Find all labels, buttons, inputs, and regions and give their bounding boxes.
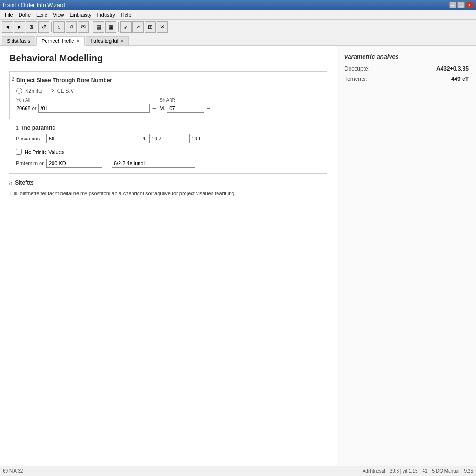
toolbar-btn-prev[interactable]: ↙ — [120, 21, 132, 33]
menu-bar: File Dohe Ecile View Einbiaisty Industry… — [0, 10, 476, 20]
section-nv: Ne Prinite Values Prntemim or . — [14, 149, 327, 168]
minimize-button[interactable]: ─ — [449, 2, 456, 8]
menu-ecile[interactable]: Ecile — [33, 12, 50, 18]
title-bar-text: Insint / Order Info Wizard — [3, 2, 65, 8]
toolbar-btn-table[interactable]: ▤ — [93, 21, 104, 33]
radio-k2mitto-label: K2mitto — [25, 88, 42, 93]
toolbar-btn-chart[interactable]: ▦ — [105, 21, 116, 33]
restore-button[interactable]: □ — [457, 2, 465, 8]
right-value-1: 449 eT — [451, 76, 469, 82]
section-2: 2 Dinject Slaee Through Rore Number K2mi… — [9, 71, 327, 119]
tab-pernech[interactable]: Pernech Inelle ✕ — [36, 36, 85, 46]
radio-row: K2mitto ≡ > CE S.V — [16, 87, 321, 94]
section-2-title: Dinject Slaee Through Rore Number — [16, 77, 321, 84]
right-row-0: Doccupte: A432+0.3.35 — [344, 66, 469, 72]
ne-prinite-label: Ne Prinite Values — [25, 149, 64, 155]
menu-einbiaisty[interactable]: Einbiaisty — [67, 12, 94, 18]
close-button[interactable]: ✕ — [466, 2, 473, 8]
status-item-0: €9 N A 32 — [3, 469, 23, 474]
checkbox-row: Ne Prinite Values — [16, 149, 327, 155]
right-label: CE S.V — [57, 88, 74, 93]
toolbar-btn-print[interactable]: ⎙ — [66, 21, 77, 33]
toolbar: ◄ ► ⊠ ↺ ⌂ ⎙ ✉ ▤ ▦ ↙ ↗ ⊞ ✕ — [0, 20, 476, 34]
param-input-2[interactable] — [149, 134, 186, 143]
page-title: Behavioral Modelling — [9, 53, 327, 64]
to-prefix: M. — [159, 106, 165, 111]
divider — [9, 173, 327, 174]
benefits-text: Tuili oiittnette fer iacnt bellaline my … — [9, 190, 327, 198]
prem-input-2[interactable] — [112, 159, 195, 168]
menu-industry[interactable]: Industry — [94, 12, 118, 18]
toolbar-btn-refresh[interactable]: ↺ — [38, 21, 49, 33]
benefits-section: 0 Siteftts Tuili oiittnette fer iacnt be… — [9, 179, 327, 198]
status-item-1: Adilhtnesal — [363, 469, 385, 474]
tab-iitries-close[interactable]: ✕ — [120, 39, 124, 44]
from-inner: 20668 or – — [16, 104, 157, 113]
toolbar-btn-fwd[interactable]: ► — [14, 21, 25, 33]
toolbar-sep-3 — [118, 22, 119, 32]
status-item-3: 41 — [422, 469, 427, 474]
arrow-icon: > — [51, 87, 54, 94]
status-item-2: 39.8 | yit 1.15 — [390, 469, 418, 474]
nav-icon: ≡ — [45, 88, 48, 93]
dash-2: – — [206, 105, 211, 112]
tab-sidst[interactable]: Sidst fasis — [2, 36, 35, 45]
toolbar-btn-next[interactable]: ↗ — [132, 21, 144, 33]
param-sep: 4. — [142, 136, 146, 141]
toolbar-btn-mail[interactable]: ✉ — [78, 21, 89, 33]
status-left: €9 N A 32 — [3, 469, 23, 474]
prem-row: Prntemim or . — [16, 159, 327, 168]
sec1-title: The paramfic — [20, 125, 55, 131]
prem-label: Prntemim or — [16, 160, 44, 166]
tabs: Sidst fasis Pernech Inelle ✕ Iitries teg… — [0, 34, 476, 46]
param-input-1[interactable] — [46, 134, 139, 143]
section-2-number: 2 — [12, 76, 14, 82]
left-panel: Behavioral Modelling 2 Dinject Slaee Thr… — [0, 46, 337, 466]
prem-input-1[interactable] — [46, 159, 102, 168]
from-input[interactable] — [38, 104, 150, 113]
radio-k2mitto[interactable] — [16, 88, 22, 94]
to-group: Sh AftR M. – — [159, 98, 211, 113]
menu-help[interactable]: Help — [118, 12, 134, 18]
status-item-5: 9.25 — [464, 469, 473, 474]
toolbar-btn-home[interactable]: ⌂ — [53, 21, 65, 33]
right-row-1: Toments: 449 eT — [344, 76, 469, 82]
right-panel: varametric analves Doccupte: A432+0.3.35… — [337, 46, 476, 466]
to-inner: M. – — [159, 104, 211, 113]
right-panel-title: varametric analves — [344, 53, 469, 60]
toolbar-btn-stop[interactable]: ⊠ — [26, 21, 37, 33]
title-bar: Insint / Order Info Wizard ─ □ ✕ — [0, 0, 476, 10]
from-group: Yen All 20668 or – — [16, 98, 157, 113]
tab-iitries[interactable]: Iitries teg lui ✕ — [86, 36, 129, 45]
benefits-title: Siteftts — [15, 179, 34, 186]
plus-icon: + — [229, 135, 233, 142]
right-label-1: Toments: — [344, 76, 367, 82]
right-value-0: A432+0.3.35 — [436, 66, 469, 72]
content: Behavioral Modelling 2 Dinject Slaee Thr… — [0, 46, 476, 466]
status-item-4: 5 DO Manual — [432, 469, 460, 474]
params-label: Pusualous — [16, 136, 44, 141]
from-value: 20668 or — [16, 106, 36, 111]
menu-view[interactable]: View — [50, 12, 67, 18]
benefits-header: 0 Siteftts — [9, 179, 327, 188]
title-bar-controls: ─ □ ✕ — [449, 2, 473, 8]
toolbar-btn-close[interactable]: ✕ — [157, 21, 168, 33]
status-bar: €9 N A 32 Adilhtnesal 39.8 | yit 1.15 41… — [0, 466, 476, 476]
tab-pernech-close[interactable]: ✕ — [76, 39, 79, 44]
toolbar-btn-new[interactable]: ⊞ — [145, 21, 156, 33]
param-input-3[interactable] — [189, 134, 226, 143]
from-label: Yen All — [16, 98, 157, 103]
section-1: 1 The paramfic Pusualous 4. + — [14, 125, 327, 143]
dash-1: – — [152, 105, 157, 112]
toolbar-sep-1 — [51, 22, 52, 32]
right-label-0: Doccupte: — [344, 66, 370, 72]
to-input[interactable] — [167, 104, 204, 113]
prem-dot: . — [105, 159, 109, 167]
sec1-header: 1 The paramfic — [16, 125, 327, 131]
menu-dohe[interactable]: Dohe — [16, 12, 33, 18]
menu-file[interactable]: File — [2, 12, 16, 18]
params-row: Pusualous 4. + — [16, 134, 327, 143]
ne-prinite-checkbox[interactable] — [16, 149, 22, 155]
toolbar-btn-back[interactable]: ◄ — [2, 21, 13, 33]
toolbar-sep-2 — [91, 22, 91, 32]
